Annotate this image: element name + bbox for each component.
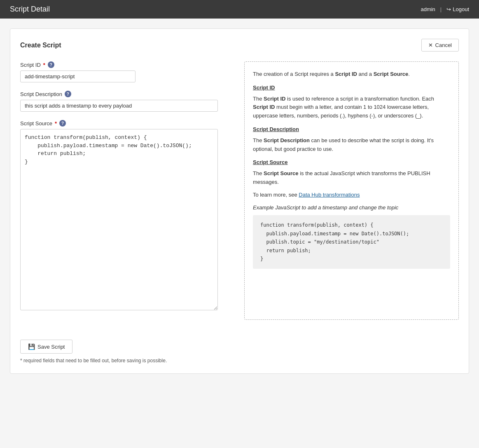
help-panel: The creation of a Script requires a Scri…	[244, 61, 459, 320]
top-bar: Script Detail admin | ↪ Logout	[0, 0, 479, 19]
script-description-input[interactable]	[20, 100, 218, 112]
form-left: Script ID * ? Script Description ?	[20, 61, 234, 320]
logout-icon: ↪	[446, 6, 451, 12]
save-icon: 💾	[28, 343, 35, 350]
username-label: admin	[421, 6, 435, 12]
script-id-group: Script ID * ?	[20, 61, 234, 82]
script-description-group: Script Description ?	[20, 91, 234, 112]
script-source-label: Script Source * ?	[20, 120, 234, 127]
separator: |	[440, 6, 442, 12]
script-source-required-star: *	[55, 120, 57, 127]
script-description-label-text: Script Description	[20, 91, 62, 97]
script-id-label-text: Script ID	[20, 62, 41, 68]
script-source-textarea[interactable]: function transform(publish, context) { p…	[20, 129, 218, 310]
script-source-help-icon[interactable]: ?	[59, 120, 66, 127]
cancel-label: Cancel	[435, 42, 452, 48]
help-script-source-heading: Script Source	[253, 158, 450, 167]
script-id-label: Script ID * ?	[20, 61, 234, 68]
logout-link[interactable]: ↪ Logout	[446, 6, 469, 12]
page-content: Create Script ✕ Cancel Script ID * ?	[0, 19, 479, 384]
script-description-label: Script Description ?	[20, 91, 234, 97]
help-script-id-heading: Script ID	[253, 84, 450, 92]
help-script-id-text: The Script ID is used to reference a scr…	[253, 95, 450, 120]
script-source-label-text: Script Source	[20, 120, 52, 127]
help-script-description-heading: Script Description	[253, 125, 450, 134]
help-code-block: function transform(publish, context) { p…	[253, 215, 450, 269]
help-script-source-text: The Script Source is the actual JavaScri…	[253, 169, 450, 187]
data-hub-transformations-link[interactable]: Data Hub transformations	[299, 192, 360, 198]
logout-label: Logout	[453, 6, 469, 12]
script-description-help-icon[interactable]: ?	[65, 91, 71, 97]
required-note: * required fields that need to be filled…	[20, 358, 459, 364]
page-title: Script Detail	[10, 5, 50, 14]
help-intro: The creation of a Script requires a Scri…	[253, 70, 450, 79]
script-id-required-star: *	[43, 62, 45, 68]
save-label: Save Script	[37, 344, 65, 350]
help-learn-more: To learn more, see Data Hub transformati…	[253, 191, 450, 199]
main-card: Create Script ✕ Cancel Script ID * ?	[10, 28, 469, 374]
cancel-button[interactable]: ✕ Cancel	[421, 39, 459, 52]
card-header: Create Script ✕ Cancel	[20, 39, 459, 52]
save-script-button[interactable]: 💾 Save Script	[20, 340, 72, 354]
cancel-icon: ✕	[428, 42, 433, 48]
footer-section: 💾 Save Script * required fields that nee…	[20, 333, 459, 364]
script-id-input[interactable]	[20, 70, 136, 82]
help-example-label: Example JavaScript to add a timestamp an…	[253, 204, 450, 212]
top-bar-right: admin | ↪ Logout	[421, 6, 469, 12]
script-id-help-icon[interactable]: ?	[48, 61, 54, 68]
card-title: Create Script	[20, 42, 61, 49]
help-example-code: function transform(publish, context) { p…	[260, 221, 443, 263]
form-section: Script ID * ? Script Description ?	[20, 61, 459, 320]
script-source-group: Script Source * ? function transform(pub…	[20, 120, 234, 312]
help-script-description-text: The Script Description can be used to de…	[253, 136, 450, 154]
